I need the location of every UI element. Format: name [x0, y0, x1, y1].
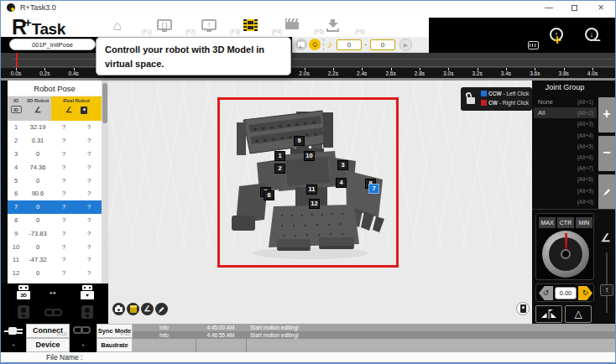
rotate-cw-button[interactable]: ↻: [578, 286, 593, 300]
device-button[interactable]: Device: [26, 338, 70, 352]
pencil-edit-button[interactable]: [155, 303, 168, 315]
pose-row-8[interactable]: 80??: [8, 214, 102, 227]
joint-group-shortcut: (Alt+9): [577, 188, 593, 194]
pose-row-3[interactable]: 30??: [8, 148, 102, 161]
joint-chip-9[interactable]: 9: [294, 136, 305, 146]
play-button[interactable]: ▶: [399, 39, 412, 51]
remove-group-button[interactable]: −: [598, 136, 615, 171]
pose-row-5[interactable]: 50??: [8, 174, 102, 187]
servo-toggle-button[interactable]: [516, 302, 530, 315]
scrollbar-thumb[interactable]: [102, 83, 107, 123]
joint-group-item-4[interactable]: (Alt+5): [534, 141, 597, 152]
min-button[interactable]: MIN: [576, 217, 593, 228]
ctr-button[interactable]: CTR: [557, 217, 574, 228]
joint-chip-3[interactable]: 3: [337, 160, 348, 170]
task-editor-button[interactable]: { } (F2): [157, 18, 196, 35]
rotation-legend: CCW- Left Click CW- Right Click: [461, 87, 532, 111]
connect-button[interactable]: Connect (F12): [26, 324, 70, 338]
maximize-button[interactable]: [561, 1, 587, 15]
symmetry-button[interactable]: △: [565, 305, 592, 323]
robot-model-layer[interactable]: 911023487561112: [220, 100, 396, 265]
joint-group-item-6[interactable]: (Alt+7): [534, 163, 597, 174]
rplus-task-logo: R+Task: [12, 15, 65, 39]
pose-row-10[interactable]: 100??: [8, 240, 102, 253]
joint-chip-4[interactable]: 4: [336, 178, 347, 188]
joint-chip-10[interactable]: 10: [304, 151, 315, 161]
timeline-label: 3.2s: [467, 70, 488, 76]
home-button[interactable]: ⌂ (F1): [113, 18, 152, 35]
close-button[interactable]: ×: [588, 1, 613, 15]
joint-group-shortcut: (Alt+5): [577, 143, 593, 149]
dial-panel: MAX CTR MIN: [535, 213, 594, 280]
music-start-input[interactable]: [337, 39, 362, 50]
joint-chip-6[interactable]: 6: [264, 190, 274, 200]
pose-row-7[interactable]: 70??: [8, 200, 102, 214]
joint-dial[interactable]: [542, 231, 589, 278]
motion-editor-button[interactable]: (F4): [243, 18, 282, 35]
cw-color-swatch: [481, 100, 487, 106]
pose-cell: 74.36: [24, 164, 51, 171]
joint-group-item-3[interactable]: (Alt+4): [534, 130, 597, 141]
zoom-slider-thumb[interactable]: ↕: [600, 284, 613, 296]
pose-row-4[interactable]: 474.36??: [8, 160, 102, 174]
sync-mode-button[interactable]: Sync Mode (F11): [97, 324, 133, 338]
pose-cell: 90.6: [24, 190, 51, 197]
pose-cell: ?: [51, 243, 76, 251]
pose-cell: ?: [76, 137, 102, 144]
motion-name-input[interactable]: [9, 39, 96, 50]
joint-group-item-All[interactable]: All(Alt+2): [534, 107, 597, 118]
joint-chip-11[interactable]: 11: [306, 185, 317, 195]
joint-group-item-9[interactable]: (Alt+0): [534, 196, 597, 207]
music-end-input[interactable]: [370, 39, 395, 50]
mirror-pose-button[interactable]: [535, 305, 562, 323]
smiley-icon[interactable]: ☺: [309, 39, 321, 50]
joint-group-item-2[interactable]: (Alt+3): [534, 118, 597, 129]
torque-link-bar[interactable]: [1, 301, 108, 324]
keyframe-icon[interactable]: [528, 41, 539, 49]
pose-row-6[interactable]: 690.6??: [8, 187, 102, 200]
timeline-ruler[interactable]: 0.0s0.2s0.4s0.6s0.8s1.0s1.2s1.4s1.6s1.8s…: [1, 53, 616, 81]
max-button[interactable]: MAX: [539, 217, 556, 228]
add-group-button[interactable]: +: [598, 97, 615, 133]
pose-cell: ?: [51, 269, 76, 277]
cube-view-button[interactable]: [127, 303, 139, 315]
pose-row-9[interactable]: 9-73.83??: [8, 226, 102, 240]
joint-chip-1[interactable]: 1: [274, 151, 285, 161]
edit-group-button[interactable]: [598, 174, 615, 210]
joint-group-item-5[interactable]: (Alt+6): [534, 152, 597, 163]
remove-keyframe-button[interactable]: −: [593, 33, 601, 47]
lock-icon[interactable]: [466, 92, 475, 106]
joint-group-item-8[interactable]: (Alt+9): [534, 185, 597, 196]
pose-row-12[interactable]: 120??: [8, 267, 102, 280]
angle-display-button[interactable]: ∠: [141, 303, 154, 315]
baudrate-button[interactable]: Baudrate: [97, 338, 133, 352]
joint-group-item-7[interactable]: (Alt+8): [534, 174, 597, 185]
minimize-button[interactable]: —: [536, 1, 561, 15]
pose-cell: -47.32: [24, 256, 51, 263]
pose-row-11[interactable]: 11-47.32??: [8, 253, 102, 267]
output-monitor-button[interactable]: ! (F3): [201, 18, 240, 35]
angle-tab-icon[interactable]: ∠: [601, 231, 611, 244]
download-button[interactable]: (F6): [326, 18, 365, 35]
rotate-ccw-button[interactable]: ↺: [539, 286, 553, 300]
pose-table-scrollbar[interactable]: [102, 81, 108, 283]
joint-chip-7[interactable]: 7: [368, 184, 379, 194]
3d-viewport[interactable]: 911023487561112 CCW- Left Click CW- Righ…: [108, 81, 532, 324]
joint-group-item-None[interactable]: None(Alt+1): [534, 96, 597, 107]
angle-value-input[interactable]: [555, 287, 577, 299]
pose-row-1[interactable]: 132.19??: [8, 121, 102, 134]
home-icon: ⌂: [113, 18, 122, 33]
pose-cell: ?: [76, 123, 102, 131]
pencil-icon: [602, 186, 613, 197]
add-keyframe-button[interactable]: +: [553, 32, 561, 49]
snapshot-icon[interactable]: [295, 39, 307, 50]
zoom-slider-track[interactable]: [606, 252, 608, 313]
camera-view-button[interactable]: [112, 303, 125, 315]
mirror-icon: [540, 309, 558, 320]
joint-chip-2[interactable]: 2: [274, 164, 285, 174]
joint-chip-12[interactable]: 12: [309, 199, 320, 209]
pose-table-body: 132.19??20.31??30??474.36??50??690.6??70…: [8, 121, 102, 280]
motion-list-button[interactable]: (F5): [285, 18, 324, 35]
sync-direction-bar[interactable]: 3D ↔ ♥: [1, 283, 108, 301]
pose-row-2[interactable]: 20.31??: [8, 134, 102, 148]
